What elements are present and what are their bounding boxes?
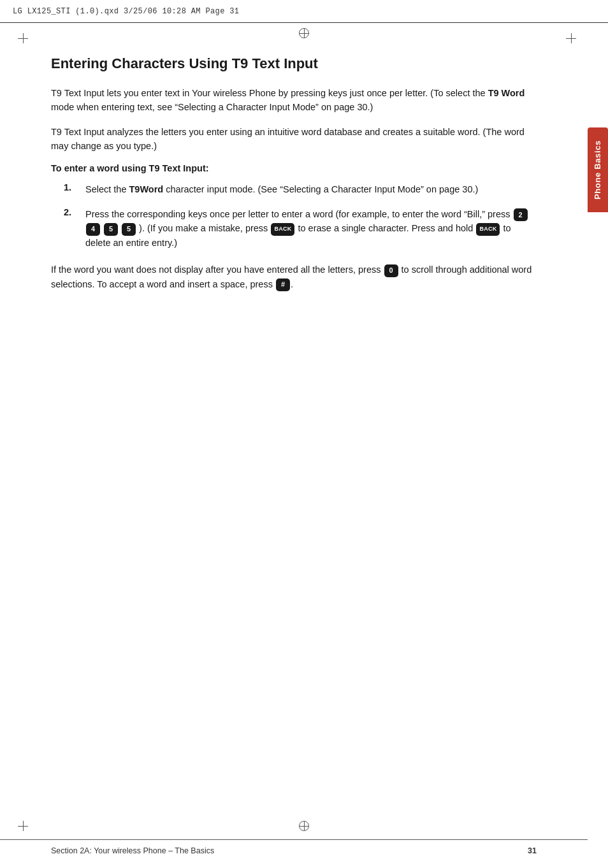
- p1-bold: T9 Word: [488, 88, 525, 98]
- key-btn-5b: 5: [122, 223, 136, 236]
- step1-bold: T9Word: [129, 184, 164, 194]
- p1-end: mode when entering text, see “Selecting …: [51, 102, 373, 112]
- step1-pre: Select the: [85, 184, 129, 194]
- paragraph-1: T9 Text Input lets you enter text in You…: [51, 86, 537, 115]
- step2-mid: ). (If you make a mistake, press: [139, 223, 270, 233]
- key-btn-back1: BACK: [271, 223, 294, 236]
- sidebar-label: Phone Basics: [593, 140, 602, 199]
- footer-left: Section 2A: Your wireless Phone – The Ba…: [51, 846, 214, 855]
- key-btn-hash: #: [276, 278, 290, 291]
- steps-list: 1. Select the T9Word character input mod…: [51, 182, 537, 250]
- p3-end: .: [291, 279, 293, 289]
- instruction-heading: To enter a word using T9 Text Input:: [51, 163, 537, 173]
- step1-end: character input mode. (See “Selecting a …: [163, 184, 478, 194]
- step-2-content: Press the corresponding keys once per le…: [85, 207, 537, 250]
- step2-back1-end: to erase a single character. Press and h…: [298, 223, 476, 233]
- footer: Section 2A: Your wireless Phone – The Ba…: [0, 839, 588, 855]
- header-text: LG LX125_STI (1.0).qxd 3/25/06 10:28 AM …: [13, 7, 239, 16]
- header-bar: LG LX125_STI (1.0).qxd 3/25/06 10:28 AM …: [0, 0, 608, 23]
- key-btn-0: 0: [384, 264, 398, 277]
- footer-right: 31: [528, 846, 537, 855]
- step-1-number: 1.: [64, 182, 82, 192]
- key-btn-2: 2: [514, 208, 528, 221]
- sidebar-tab: Phone Basics: [588, 127, 608, 212]
- step2-pre: Press the corresponding keys once per le…: [85, 209, 513, 219]
- key-btn-4: 4: [86, 223, 100, 236]
- p1-text: T9 Text Input lets you enter text in You…: [51, 88, 488, 98]
- bottom-center-circle-decoration: [299, 821, 309, 831]
- key-btn-5a: 5: [104, 223, 118, 236]
- paragraph-2: T9 Text Input analyzes the letters you e…: [51, 125, 537, 154]
- step-2: 2. Press the corresponding keys once per…: [51, 207, 537, 250]
- key-btn-back2: BACK: [476, 223, 500, 236]
- step-1-content: Select the T9Word character input mode. …: [85, 182, 478, 196]
- paragraph-3: If the word you want does not display af…: [51, 263, 537, 291]
- main-content: Entering Characters Using T9 Text Input …: [0, 23, 588, 836]
- bottom-left-cross-decoration: [18, 821, 28, 831]
- page-title: Entering Characters Using T9 Text Input: [51, 55, 537, 73]
- p3-pre: If the word you want does not display af…: [51, 264, 384, 275]
- step-1: 1. Select the T9Word character input mod…: [51, 182, 537, 196]
- step-2-number: 2.: [64, 207, 82, 217]
